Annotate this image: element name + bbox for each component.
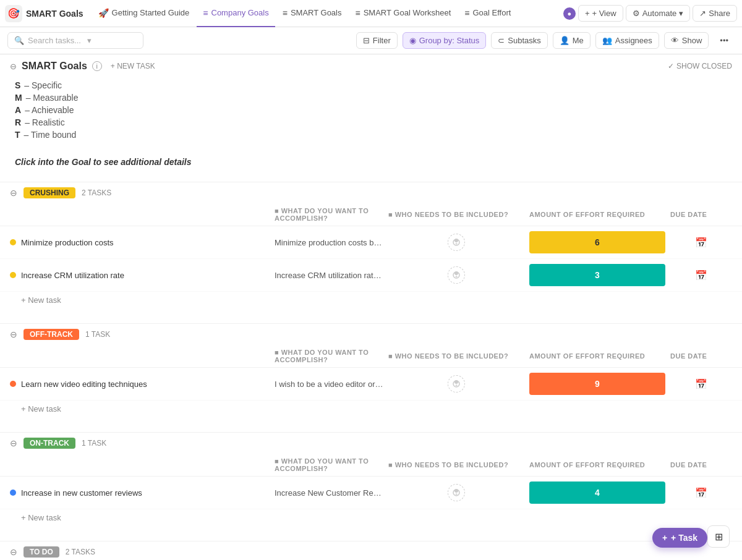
filter-button[interactable]: ⊟ Filter bbox=[356, 32, 398, 49]
group-by-button[interactable]: ◉ Group by: Status bbox=[403, 32, 487, 49]
table-row[interactable]: Learn new video editing techniques I wis… bbox=[0, 368, 742, 401]
group-toggle-offtrack[interactable]: ⊖ bbox=[10, 329, 17, 339]
add-task-ontrack[interactable]: + New task bbox=[0, 509, 742, 528]
calendar-icon: 📅 bbox=[695, 378, 707, 390]
tab-getting-started[interactable]: 🚀 Getting Started Guide bbox=[92, 0, 196, 27]
click-hint: Click into the Goal to see additional de… bbox=[0, 152, 742, 182]
search-icon: 🔍 bbox=[14, 36, 24, 45]
task-effort-minimize: 6 bbox=[529, 231, 665, 253]
task-who-crm: + bbox=[388, 266, 524, 284]
chevron-down-icon: ▾ bbox=[679, 9, 683, 18]
col-task bbox=[10, 207, 270, 222]
toolbar: 🔍 Search tasks... ▾ ⊟ Filter ◉ Group by:… bbox=[0, 27, 742, 54]
me-button[interactable]: 👤 Me bbox=[553, 32, 591, 49]
search-input[interactable]: Search tasks... bbox=[28, 36, 81, 45]
search-dropdown-icon[interactable]: ▾ bbox=[87, 36, 92, 45]
calendar-icon: 📅 bbox=[695, 487, 707, 499]
group-off-track: ⊖ OFF-TRACK 1 TASK ■ WHAT DO YOU WANT TO… bbox=[0, 323, 742, 420]
tab-company-goals[interactable]: ≡ Company Goals bbox=[197, 0, 275, 27]
tab-smart-goals[interactable]: ≡ SMART Goals bbox=[276, 0, 348, 27]
view-button[interactable]: + + View bbox=[578, 5, 623, 22]
app-icon: 🎯 bbox=[5, 5, 22, 22]
assignees-button[interactable]: 👥 Assignees bbox=[595, 32, 659, 49]
status-badge-crushing: CRUSHING bbox=[23, 187, 75, 198]
task-due-minimize[interactable]: 📅 bbox=[670, 237, 732, 248]
group-header-ontrack: ⊖ ON-TRACK 1 TASK bbox=[0, 432, 742, 454]
task-due-crm[interactable]: 📅 bbox=[670, 269, 732, 281]
smart-goal-worksheet-icon: ≡ bbox=[356, 8, 360, 18]
add-task-offtrack[interactable]: + New task bbox=[0, 401, 742, 420]
group-toggle-ontrack[interactable]: ⊖ bbox=[10, 438, 17, 448]
company-goals-icon: ≡ bbox=[203, 8, 208, 18]
group-icon: ◉ bbox=[409, 36, 416, 45]
col-headers-ontrack: ■ WHAT DO YOU WANT TO ACCOMPLISH? ■ WHO … bbox=[0, 454, 742, 477]
group-toggle-todo[interactable]: ⊖ bbox=[10, 547, 17, 557]
col-accomplish: ■ WHAT DO YOU WANT TO ACCOMPLISH? bbox=[275, 349, 383, 363]
automate-button[interactable]: ⚙ Automate ▾ bbox=[626, 5, 691, 22]
task-accomplish-reviews: Increase New Customer Reviews by 30% Yea… bbox=[275, 488, 383, 498]
task-name-crm: Increase CRM utilization rate bbox=[10, 271, 270, 280]
calendar-icon: 📅 bbox=[695, 269, 707, 281]
effort-bar: 4 bbox=[529, 482, 665, 504]
task-effort-video: 9 bbox=[529, 373, 665, 395]
task-due-video[interactable]: 📅 bbox=[670, 378, 732, 390]
col-effort: AMOUNT OF EFFORT REQUIRED bbox=[529, 207, 665, 222]
subtasks-icon: ⊂ bbox=[498, 36, 505, 45]
share-button[interactable]: ↗ Share bbox=[693, 5, 737, 22]
status-badge-offtrack: OFF-TRACK bbox=[23, 329, 79, 340]
task-name-video: Learn new video editing techniques bbox=[10, 380, 270, 389]
col-due: DUE DATE bbox=[670, 349, 732, 363]
svg-text:+: + bbox=[455, 241, 458, 247]
plus-icon: + bbox=[585, 9, 590, 18]
task-accomplish-minimize: Minimize production costs by 15% bbox=[275, 238, 383, 247]
col-included: ■ WHO NEEDS TO BE INCLUDED? bbox=[388, 457, 524, 472]
assignees-icon: 👥 bbox=[602, 36, 612, 45]
col-included: ■ WHO NEEDS TO BE INCLUDED? bbox=[388, 207, 524, 222]
task-accomplish-crm: Increase CRM utilization rate from 80 to… bbox=[275, 271, 383, 280]
table-row[interactable]: Increase in new customer reviews Increas… bbox=[0, 477, 742, 509]
task-dot bbox=[10, 272, 16, 278]
tab-goal-effort[interactable]: ≡ Goal Effort bbox=[458, 0, 517, 27]
status-badge-todo: TO DO bbox=[23, 546, 59, 558]
ellipsis-icon: ••• bbox=[720, 36, 728, 45]
group-on-track: ⊖ ON-TRACK 1 TASK ■ WHAT DO YOU WANT TO … bbox=[0, 432, 742, 528]
nav-actions: ● + + View ⚙ Automate ▾ ↗ Share bbox=[563, 5, 737, 22]
filter-icon: ⊟ bbox=[363, 36, 370, 45]
section-title: SMART Goals bbox=[22, 61, 87, 72]
info-icon[interactable]: i bbox=[92, 61, 102, 71]
table-row[interactable]: Minimize production costs Minimize produ… bbox=[0, 226, 742, 259]
more-options-button[interactable]: ••• bbox=[714, 33, 735, 48]
add-task-crushing[interactable]: + New task bbox=[0, 292, 742, 311]
subtasks-button[interactable]: ⊂ Subtasks bbox=[491, 32, 547, 49]
getting-started-icon: 🚀 bbox=[98, 8, 109, 18]
table-row[interactable]: Increase CRM utilization rate Increase C… bbox=[0, 259, 742, 292]
search-box[interactable]: 🔍 Search tasks... ▾ bbox=[7, 32, 143, 49]
add-assignee-button[interactable]: + bbox=[448, 234, 465, 251]
col-headers-crushing: ■ WHAT DO YOU WANT TO ACCOMPLISH? ■ WHO … bbox=[0, 203, 742, 226]
show-button[interactable]: 👁 Show bbox=[664, 32, 709, 49]
col-due: DUE DATE bbox=[670, 207, 732, 222]
group-crushing: ⊖ CRUSHING 2 TASKS ■ WHAT DO YOU WANT TO… bbox=[0, 182, 742, 311]
smart-item-m: M – Measurable bbox=[15, 93, 727, 103]
task-who-reviews: + bbox=[388, 484, 524, 501]
show-closed-button[interactable]: ✓ SHOW CLOSED bbox=[668, 62, 732, 70]
grid-view-button[interactable]: ⊞ bbox=[707, 525, 730, 548]
share-icon: ↗ bbox=[699, 9, 706, 18]
calendar-icon: 📅 bbox=[695, 237, 707, 248]
automate-icon: ⚙ bbox=[633, 9, 640, 18]
add-assignee-button[interactable]: + bbox=[448, 484, 465, 501]
col-accomplish: ■ WHAT DO YOU WANT TO ACCOMPLISH? bbox=[275, 457, 383, 472]
task-due-reviews[interactable]: 📅 bbox=[670, 487, 732, 499]
task-count-todo: 2 TASKS bbox=[66, 548, 95, 556]
smart-item-a: A – Achievable bbox=[15, 105, 727, 115]
add-assignee-button[interactable]: + bbox=[448, 375, 465, 392]
section-header: ⊖ SMART Goals i + NEW TASK ✓ SHOW CLOSED bbox=[0, 54, 742, 78]
tab-smart-goal-worksheet[interactable]: ≡ SMART Goal Worksheet bbox=[349, 0, 458, 27]
section-collapse-icon[interactable]: ⊖ bbox=[10, 62, 17, 71]
add-assignee-button[interactable]: + bbox=[448, 266, 465, 284]
new-task-button[interactable]: + NEW TASK bbox=[107, 61, 159, 72]
add-task-fab[interactable]: + + Task bbox=[652, 528, 707, 548]
group-toggle-crushing[interactable]: ⊖ bbox=[10, 188, 17, 198]
goal-effort-icon: ≡ bbox=[464, 8, 469, 18]
notification-icon[interactable]: ● bbox=[563, 7, 576, 20]
